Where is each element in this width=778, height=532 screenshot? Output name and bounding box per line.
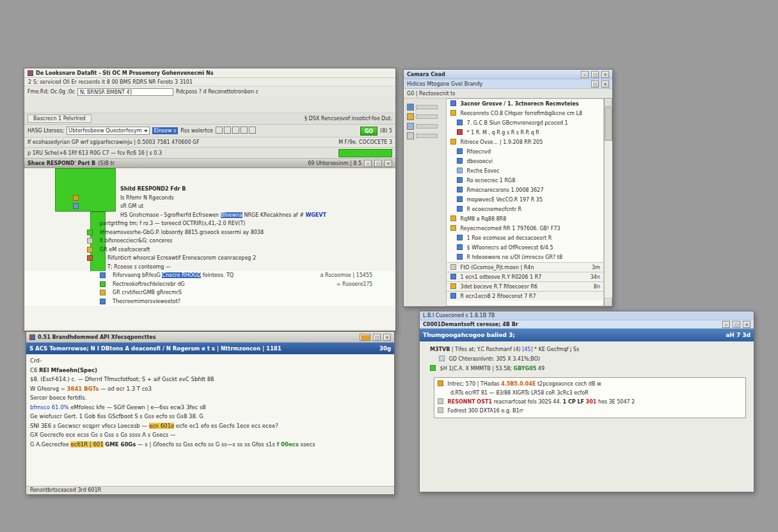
tree-item[interactable]: dbesoecvi <box>447 157 603 166</box>
tree-item[interactable]: R hdeoewere ne s/OI (imrecsv GR? t8 <box>447 253 603 262</box>
tree-item[interactable]: $ Wfoonecrs ad OfPicoeecst 6/4.5 <box>447 243 603 253</box>
tree-item[interactable]: * 1 R. M , q R g s R s R R q R <box>447 128 603 137</box>
tree-item[interactable]: Ritrece Ovse… | 1.9.208 RR 205 <box>447 137 603 147</box>
document-titlebar[interactable]: Shace RESPOND' Part B (S)B tr 69 Uhterse… <box>24 159 395 168</box>
detail-row: d.RTs ecrRT 81 — 83/88 XIGRTs LR58 coR 3… <box>438 389 742 398</box>
document-maximize-button[interactable]: □ <box>374 160 382 167</box>
tree-item[interactable]: Rfoecnvd <box>447 147 603 157</box>
browser-titlebar[interactable]: Camara Coad – □ ✕ <box>404 70 612 79</box>
document-close-button[interactable]: ✕ <box>385 160 392 167</box>
scroll-up-button[interactable] <box>605 98 612 107</box>
editor-toolbar-third: p 1RU Sche(+6 1Rf 613 R0G C7 — fcv Rc6 1… <box>24 148 395 159</box>
dialog-maximize-button[interactable]: □ <box>733 321 740 328</box>
code-lines: Shitd RESPOND2 Fdr B Is Rfemr N Rgeconds… <box>24 168 395 331</box>
tree-item[interactable]: Rmecnarecsrons 1.0008 3627 <box>447 185 603 195</box>
browser-minimize-button[interactable]: – <box>581 71 589 78</box>
toolbar-icon[interactable] <box>249 127 256 134</box>
tree-item-label: FtO (Gcomse_Pjt.moon | R4n <box>461 265 534 270</box>
toolbar-icon[interactable] <box>232 127 239 134</box>
tree-item[interactable]: RqM8 a Rq88 8R8 <box>447 214 603 224</box>
tree-item-label: 3det boceve R.T Rfoecoesr R6 <box>461 284 538 290</box>
dialog-header-text: Thumgoogahcogoo balied 3; <box>423 332 515 338</box>
dialog-minimize-button[interactable]: – <box>722 321 730 328</box>
tree-item-label: RqM8 a Rq88 8R8 <box>461 216 507 222</box>
editor-titlebar[interactable]: De Looksnaro Datafit - Sti OC M Prosemor… <box>24 68 395 78</box>
scroll-down-button[interactable] <box>605 298 612 306</box>
address-input[interactable]: N; BRNSR BMBNT 4] <box>77 88 173 96</box>
tree-item[interactable]: Ro ecnecrec 1 RG8 <box>447 176 603 185</box>
tree-item[interactable]: Reyecrnecomed RR 1 797606. GB! F73 <box>447 224 603 233</box>
toolbar-dropdown[interactable]: Ubterfesbeew Questerfesym <box>67 127 149 135</box>
tree-list: 3acnor Grosve / 1. 3ctnorecn Recmvteies … <box>446 98 604 306</box>
go-button[interactable]: GO <box>360 127 377 136</box>
editor-address-row: Fme.Rd; Oc.0g ;0c N; BRNSR BMBNT 4] Rdcp… <box>24 86 395 97</box>
browser-maximize-button[interactable]: □ <box>591 71 599 78</box>
dialog-body: M3TVB | Tifes at; Y.C Rochmanf (4) [45] … <box>420 341 754 492</box>
console-close-button[interactable]: ✕ <box>383 334 391 341</box>
tree-item[interactable]: 3acnor Grosve / 1. 3ctnorecn Recmvteies <box>447 99 603 109</box>
dialog-header-bar: Thumgoogahcogoo balied 3; aH 7 3d <box>420 329 754 341</box>
tree-item-value: 34n <box>591 272 600 281</box>
address-label: Fme.Rd; Oc.0g ;0c <box>28 89 75 95</box>
browser-sub-maximize-button[interactable]: □ <box>591 81 599 88</box>
code-line: HS Gnshcmase - Sgrofherfd Ecfrsewen Blne… <box>24 211 395 220</box>
console-maximize-button[interactable]: □ <box>373 334 381 341</box>
dialog-titlebar[interactable]: L.B.I Cuseconed s 1.8.1B 7B <box>420 311 754 320</box>
code-line: T; Rcoese s conteomg — <box>24 263 395 272</box>
rail-item[interactable] <box>407 132 443 139</box>
console-line-text: bfmsco 61.0% eMfolesc kfe — SGlf Geewn |… <box>30 404 206 411</box>
tree-item-icon <box>457 177 463 183</box>
tree-item[interactable]: 7. G.C B Slun GBcmvrenesrgd pcoced 1 <box>447 118 603 128</box>
dialog-row: GD Chterasnlvntr. 305 X 3.41%;BO) <box>425 354 749 364</box>
tree-item-icon <box>450 110 456 116</box>
toolbar2-right-label: M F/9e. COCOCETE 3 <box>338 139 392 145</box>
tree-item-icon <box>457 129 463 135</box>
browser-side-rail <box>404 98 446 306</box>
tree-item[interactable]: 1 ecn1 odteove R.Y R0206 1 R7 34n <box>447 272 603 281</box>
console-line-text: Sercer boece fertdls. <box>30 395 86 401</box>
code-line-text: Il bifsnoecciecr&G; conceres <box>100 238 173 244</box>
browser-scrollbar[interactable] <box>604 98 612 306</box>
toolbar-after-label: Rss wolertce <box>180 128 213 134</box>
console-line-text: G A.Gecrecfoe ec61R | 601 GME 60Gs — s |… <box>30 441 315 448</box>
detail-row: RESONNT OST1 reacnarfcoat fols 302S 44. … <box>438 398 742 407</box>
detail-row-icon <box>438 398 443 404</box>
tree-item[interactable]: R ecoecnemecfcntr R <box>447 205 603 214</box>
browser-close-button[interactable]: ✕ <box>601 71 609 78</box>
tree-item[interactable]: FtO (Gcomse_Pjt.moon | R4n 3m <box>447 262 603 272</box>
tree-item-icon <box>457 148 463 154</box>
tree-item[interactable]: R ecn1ecn8 2 Rfoeconst 7 R7 <box>447 291 603 301</box>
dialog-rows: M3TVB | Tifes at; Y.C Rochmanf (4) [45] … <box>425 345 749 373</box>
console-line: Ge wiofuscr Gert. 1 Gob 6ss GScfboot S s… <box>30 412 392 421</box>
console-line-text: SNI 3E6 s Gecwscr ecqprr vfecs Loecesb —… <box>30 423 278 429</box>
tree-item[interactable]: 3det boceve R.T Rfoecoesr R6 8n <box>447 281 603 291</box>
tree-item[interactable]: 1 Roe ecomese ad decsacoesrt R <box>447 233 603 243</box>
rail-item[interactable] <box>407 104 443 111</box>
browser-sub-close-button[interactable]: ✕ <box>601 81 609 88</box>
console-header-bar: S ACS Tomorrowse; N I DBtons A deaconsfi… <box>26 343 394 354</box>
toolbar-icon[interactable] <box>224 127 231 134</box>
window-browser: Camara Coad – □ ✕ Hidices Mtogane Gvel B… <box>403 69 613 307</box>
tree-item-label: mopwvecE VecCO.R 197 R 35 <box>467 197 543 203</box>
selected-menu-item[interactable]: Elnsew s <box>152 127 179 134</box>
console-output[interactable]: Crd- C6 REI Mfaeehn(Spec) $8. (Escf-614.… <box>26 354 394 486</box>
toolbar-icon[interactable] <box>241 127 248 134</box>
rail-item[interactable] <box>407 113 443 120</box>
tree-item[interactable]: Reeconrets CO.8 CHqser forrefimbglkcne c… <box>447 109 603 118</box>
tab-left[interactable]: Bascrecn 1 Pelvrlred <box>28 114 91 123</box>
rail-item[interactable] <box>407 123 443 130</box>
editor-content[interactable]: Shitd RESPOND2 Fdr B Is Rfemr N Rgeconds… <box>24 168 395 331</box>
console-highlight-button[interactable] <box>360 334 370 341</box>
toolbar-icon[interactable] <box>216 127 223 134</box>
tree-item[interactable]: mopwvecE VecCO.R 197 R 35 <box>447 195 603 205</box>
window-console: 0.51 Brandhdommed API Xfecsqponcttes □ ✕… <box>26 331 395 495</box>
scrollbar-thumb[interactable] <box>605 107 612 141</box>
tree-item-label: 1 ecn1 odteove R.Y R0206 1 R7 <box>461 274 542 280</box>
code-line: Il bifsnoecciecr&G; conceres <box>24 237 395 246</box>
rail-item-bar <box>416 105 438 109</box>
console-titlebar[interactable]: 0.51 Brandhdommed API Xfecsqponcttes □ ✕ <box>26 332 394 343</box>
tree-item[interactable]: Rxche Eovec <box>447 166 603 176</box>
dialog-close-button[interactable]: ✕ <box>743 321 750 328</box>
tree-item-icon <box>450 225 456 231</box>
document-minimize-button[interactable]: – <box>364 160 372 167</box>
